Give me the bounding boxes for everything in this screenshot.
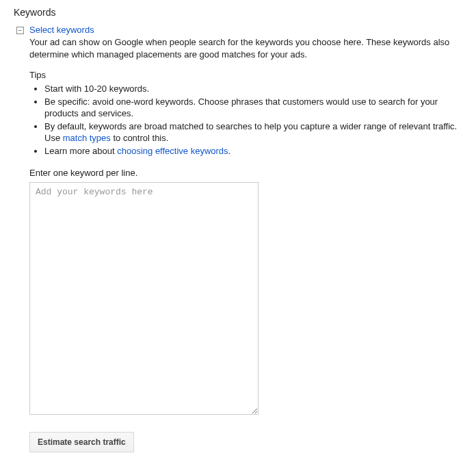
collapse-icon[interactable] (16, 27, 24, 34)
list-item: Be specific: avoid one-word keywords. Ch… (44, 96, 462, 120)
list-item: By default, keywords are broad matched t… (44, 120, 462, 144)
list-item: Start with 10-20 keywords. (44, 83, 462, 95)
match-types-link[interactable]: match types (63, 133, 111, 143)
tips-heading: Tips (29, 70, 462, 80)
tips-list: Start with 10-20 keywords. Be specific: … (29, 83, 462, 157)
section-description: Your ad can show on Google when people s… (29, 36, 462, 60)
tip-text: . (228, 146, 231, 156)
tip-text: Learn more about (44, 146, 117, 156)
keywords-input-label: Enter one keyword per line. (29, 168, 462, 178)
page-title: Keywords (14, 7, 462, 18)
tip-text: to control this. (111, 133, 169, 143)
select-keywords-link[interactable]: Select keywords (29, 25, 94, 35)
keywords-textarea[interactable] (29, 182, 259, 415)
section-content: Select keywords Your ad can show on Goog… (29, 25, 462, 452)
list-item: Learn more about choosing effective keyw… (44, 145, 462, 157)
choosing-keywords-link[interactable]: choosing effective keywords (117, 146, 228, 156)
estimate-traffic-button[interactable]: Estimate search traffic (29, 432, 134, 452)
keywords-section: Select keywords Your ad can show on Goog… (16, 25, 462, 452)
